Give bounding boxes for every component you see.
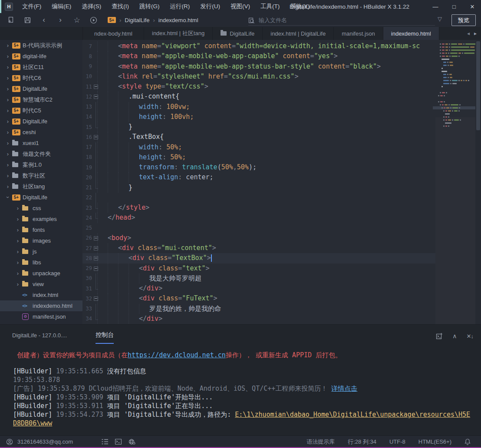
bookmark-star-button[interactable]: ☆ [69, 14, 85, 26]
chevron-right-icon[interactable]: › [3, 64, 12, 70]
notification-bell-icon[interactable] [465, 438, 471, 445]
console-tab[interactable]: 控制台 [96, 331, 114, 344]
tree-item-做题文件夹[interactable]: ›做题文件夹 [0, 148, 82, 159]
chevron-right-icon[interactable]: › [3, 42, 12, 49]
fold-gutter[interactable] [94, 264, 97, 273]
maximize-button[interactable]: □ [445, 0, 463, 13]
editor-tab[interactable]: index.html | DigitalLife [263, 27, 334, 40]
code-line-8[interactable]: 8<meta name="apple-mobile-web-app-capabl… [82, 51, 435, 61]
chevron-right-icon[interactable]: › [13, 216, 22, 222]
code-line-33[interactable]: 33罗是我的姓，帅是我的命 [82, 304, 435, 314]
editor-tab[interactable]: ndex-body.html [83, 27, 144, 40]
menu-item[interactable]: 工具(T) [255, 0, 285, 13]
fold-open-icon[interactable] [94, 296, 98, 301]
tab-scroll-right-icon[interactable]: ▸ [474, 30, 477, 36]
filetype-label[interactable]: HTML(ES6+) [418, 438, 451, 445]
forward-button[interactable]: › [52, 14, 69, 26]
chevron-right-icon[interactable]: › [3, 75, 12, 81]
code-line-15[interactable]: 15} [82, 122, 435, 132]
code-line-29[interactable]: 29<div class="text"> [82, 264, 435, 273]
tree-item-时代C6[interactable]: ›5+时代C6 [0, 72, 82, 83]
close-button[interactable]: ✕ [464, 0, 481, 13]
menu-item[interactable]: 视图(V) [225, 0, 255, 13]
code-line-34[interactable]: 34</div> [82, 314, 435, 324]
editor-tab[interactable]: manifest.json [334, 27, 383, 40]
fold-gutter[interactable] [94, 233, 97, 243]
fold-open-icon[interactable] [94, 256, 98, 260]
code-line-21[interactable]: 21} [82, 183, 435, 193]
collapse-panel-icon[interactable]: ∧ [452, 333, 457, 339]
code-line-27[interactable]: 27<div class="mui-content"> [82, 243, 435, 253]
chevron-down-icon[interactable]: › [5, 193, 11, 202]
chevron-right-icon[interactable]: › [3, 86, 12, 92]
tab-scroll-left-icon[interactable]: ◂ [467, 30, 470, 36]
fold-open-icon[interactable] [94, 85, 98, 89]
tree-item-images[interactable]: ›images [0, 235, 82, 246]
tree-item-DigitalLife[interactable]: ›5+DigitalLife [0, 116, 82, 127]
chevron-right-icon[interactable]: › [3, 107, 12, 114]
tree-item-时代C5[interactable]: ›5+时代C5 [0, 105, 82, 116]
menu-item[interactable]: 运行(R) [165, 0, 195, 13]
tree-item-ceshi[interactable]: ›5+ceshi [0, 127, 82, 138]
scrollbar-thumb[interactable] [476, 41, 480, 130]
tree-item-社区tang[interactable]: ›社区tang [0, 181, 82, 192]
tree-item-js[interactable]: ›js [0, 246, 82, 257]
tree-item-DigitalLife[interactable]: ›5+DigitalLife [0, 83, 82, 94]
fold-open-icon[interactable] [94, 267, 98, 271]
menu-item[interactable]: 编辑(E) [46, 0, 76, 13]
fold-open-icon[interactable] [94, 135, 98, 139]
fold-gutter[interactable] [94, 243, 97, 253]
save-button[interactable] [19, 14, 36, 26]
fold-gutter[interactable] [94, 132, 97, 142]
outline-list-icon[interactable] [102, 439, 108, 445]
fold-open-icon[interactable] [94, 95, 98, 99]
tree-item-digital-life[interactable]: ›5+digital-life [0, 51, 82, 62]
code-line-9[interactable]: 9<meta name="apple-mobile-web-app-status… [82, 62, 435, 72]
chevron-right-icon[interactable]: › [3, 53, 12, 59]
tree-item-xuexi1[interactable]: ›xuexi1 [0, 138, 82, 148]
editor-scrollbar[interactable] [475, 40, 481, 324]
tree-item-智慧城市C2[interactable]: ›5+智慧城市C2 [0, 94, 82, 105]
code-line-16[interactable]: 16.TextBox{ [82, 132, 435, 142]
tree-item-view[interactable]: ›view [0, 279, 82, 290]
code-line-14[interactable]: 14height: 100vh; [82, 112, 435, 122]
code-line-17[interactable]: 17width: 50%; [82, 142, 435, 152]
preview-button[interactable]: 预览 [451, 14, 476, 26]
code-area[interactable]: 7<meta name="viewport" content="width=de… [82, 41, 435, 324]
chevron-right-icon[interactable]: › [13, 270, 22, 277]
fold-open-icon[interactable] [94, 236, 98, 240]
tree-item-数字社区[interactable]: ›数字社区 [0, 170, 82, 181]
clear-console-icon[interactable]: ✕↓ [467, 333, 473, 339]
editor-tab[interactable]: DigitalLife [213, 27, 263, 40]
minimize-button[interactable]: — [427, 0, 444, 13]
encoding-label[interactable]: UTF-8 [389, 438, 405, 445]
back-button[interactable]: ‹ [36, 14, 52, 26]
chevron-right-icon[interactable]: › [13, 205, 22, 211]
code-line-25[interactable]: 25 [82, 223, 435, 233]
chevron-right-icon[interactable]: › [3, 151, 12, 157]
code-line-11[interactable]: 11<style type="text/css"> [82, 82, 435, 92]
code-line-19[interactable]: 19transform: translate(50%,50%); [82, 162, 435, 172]
account-email[interactable]: 3126164633@qq.com [17, 438, 73, 445]
fold-open-icon[interactable] [94, 246, 98, 250]
tree-item-unpackage[interactable]: ›unpackage [0, 268, 82, 279]
chevron-right-icon[interactable]: › [13, 281, 22, 287]
open-in-terminal-icon[interactable] [436, 333, 443, 339]
code-line-28[interactable]: 28<div class="TextBox"> [82, 253, 435, 263]
code-line-13[interactable]: 13width: 100vw; [82, 102, 435, 112]
chevron-right-icon[interactable]: › [3, 140, 12, 146]
code-line-23[interactable]: 23</style> [82, 203, 435, 213]
editor-tab[interactable]: index.html | 社区tang [144, 27, 213, 40]
code-line-20[interactable]: 20text-align: center; [82, 172, 435, 182]
chevron-right-icon[interactable]: › [3, 96, 12, 103]
tree-item-manifest.json[interactable]: ⚙manifest.json [0, 311, 82, 322]
code-line-26[interactable]: 26<body> [82, 233, 435, 243]
tree-item-examples[interactable]: ›examples [0, 214, 82, 224]
terminal-icon[interactable] [115, 439, 122, 445]
chevron-right-icon[interactable]: › [3, 172, 12, 179]
syntax-hint-label[interactable]: 语法提示库 [306, 438, 335, 446]
tree-item-libs[interactable]: ›libs [0, 257, 82, 268]
code-line-31[interactable]: 31</div> [82, 283, 435, 293]
code-line-7[interactable]: 7<meta name="viewport" content="width=de… [82, 41, 435, 51]
code-line-18[interactable]: 18height: 50%; [82, 152, 435, 162]
